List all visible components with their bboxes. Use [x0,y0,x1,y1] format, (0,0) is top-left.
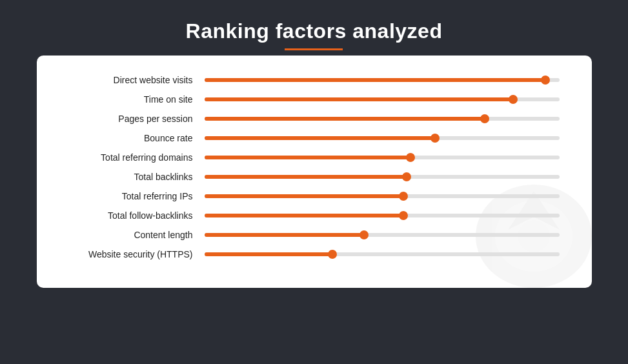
chart-row: Total follow-backlinks [63,210,560,221]
bar-track [205,78,560,82]
chart-row: Direct website visits [63,75,560,85]
row-label: Time on site [63,94,205,105]
chart-rows: Direct website visitsTime on sitePages p… [63,75,560,259]
row-label: Total backlinks [63,172,205,182]
bar-track [205,175,560,179]
bar-fill [205,194,403,198]
bar-track [205,97,560,101]
title-underline [285,48,343,50]
page-title: Ranking factors analyzed [186,19,443,43]
bar-dot [430,134,440,143]
row-label: Total referring domains [63,152,205,163]
chart-card: Direct website visitsTime on sitePages p… [37,56,592,288]
bar-dot [480,114,489,123]
bar-track [205,156,560,159]
bar-fill [205,117,485,121]
bar-fill [205,78,545,82]
bar-fill [205,214,403,217]
row-label: Total follow-backlinks [63,210,205,221]
chart-row: Website security (HTTPS) [63,249,560,259]
row-label: Total referring IPs [63,191,205,201]
chart-row: Total referring IPs [63,191,560,201]
bar-fill [205,156,410,159]
row-label: Bounce rate [63,133,205,143]
chart-row: Content length [63,230,560,240]
row-label: Website security (HTTPS) [63,249,205,259]
bar-dot [509,95,518,104]
bar-track [205,117,560,121]
bar-fill [205,97,514,101]
bar-dot [399,211,408,220]
chart-row: Time on site [63,94,560,105]
bar-dot [541,76,550,85]
bar-fill [205,136,436,140]
row-label: Pages per session [63,114,205,124]
bar-fill [205,233,365,237]
bar-dot [399,192,408,201]
bar-dot [402,172,411,181]
bar-dot [360,230,369,239]
chart-row: Total backlinks [63,172,560,182]
bar-dot [406,153,415,162]
bar-track [205,233,560,237]
bar-track [205,136,560,140]
bar-track [205,252,560,256]
header: Ranking factors analyzed [186,19,443,50]
bar-fill [205,175,407,179]
bar-dot [328,250,337,259]
row-label: Content length [63,230,205,240]
chart-row: Pages per session [63,114,560,124]
bar-track [205,194,560,198]
chart-row: Total referring domains [63,152,560,163]
bar-track [205,214,560,217]
row-label: Direct website visits [63,75,205,85]
chart-row: Bounce rate [63,133,560,143]
bar-fill [205,252,332,256]
